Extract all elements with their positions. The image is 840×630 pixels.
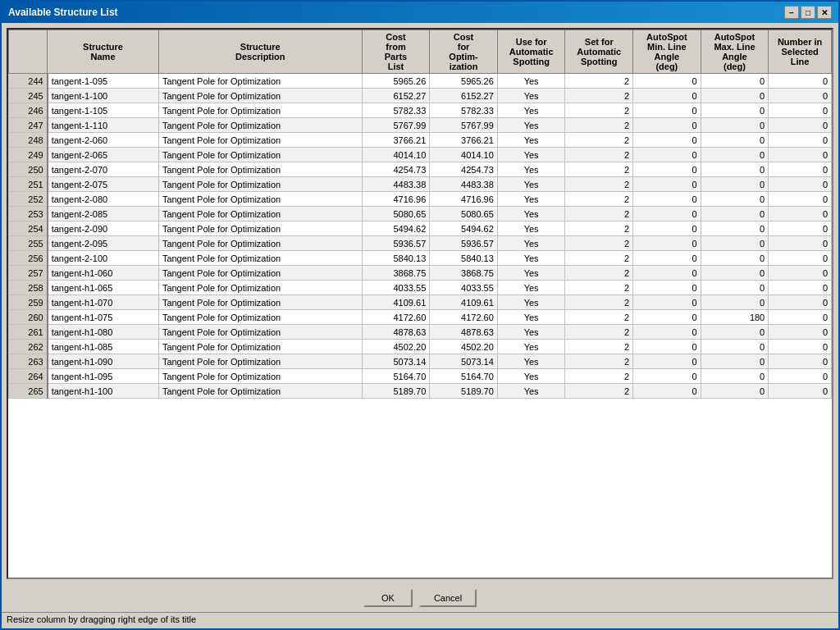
status-bar: Resize column by dragging right edge of …	[2, 612, 838, 628]
table-cell: 0	[701, 74, 769, 89]
table-cell: 244	[9, 74, 48, 89]
table-cell: tangent-1-105	[48, 103, 159, 118]
table-cell: 250	[9, 162, 48, 177]
table-cell: 264	[9, 369, 48, 384]
structure-table: StructureName StructureDescription Costf…	[8, 30, 832, 399]
cancel-button[interactable]: Cancel	[419, 589, 477, 607]
table-cell: 2	[565, 118, 633, 133]
table-row[interactable]: 249tangent-2-065Tangent Pole for Optimiz…	[9, 148, 832, 162]
table-cell: 245	[9, 89, 48, 103]
table-cell: 2	[565, 89, 633, 103]
th-set-auto[interactable]: Set forAutomaticSpotting	[565, 30, 633, 74]
th-structure-desc[interactable]: StructureDescription	[158, 30, 362, 74]
table-row[interactable]: 257tangent-h1-060Tangent Pole for Optimi…	[9, 266, 832, 281]
table-cell: 0	[701, 221, 769, 236]
table-row[interactable]: 261tangent-h1-080Tangent Pole for Optimi…	[9, 325, 832, 340]
main-window: Available Structure List − □ ✕ Structure…	[0, 0, 840, 630]
th-cost-optim[interactable]: CostforOptim-ization	[430, 30, 498, 74]
table-cell: Yes	[497, 207, 565, 221]
status-text: Resize column by dragging right edge of …	[7, 614, 196, 624]
table-cell: Tangent Pole for Optimization	[158, 103, 362, 118]
minimize-button[interactable]: −	[784, 6, 799, 19]
table-cell: 0	[769, 266, 832, 281]
table-cell: 5965.26	[362, 74, 430, 89]
table-cell: Tangent Pole for Optimization	[158, 207, 362, 221]
table-cell: 0	[701, 148, 769, 162]
table-row[interactable]: 253tangent-2-085Tangent Pole for Optimiz…	[9, 207, 832, 221]
table-cell: 0	[769, 177, 832, 192]
table-cell: 4502.20	[430, 340, 498, 354]
table-cell: Yes	[497, 118, 565, 133]
table-cell: Yes	[497, 340, 565, 354]
table-cell: Tangent Pole for Optimization	[158, 192, 362, 207]
table-cell: tangent-2-100	[48, 251, 159, 266]
table-cell: 4014.10	[430, 148, 498, 162]
table-row[interactable]: 245tangent-1-100Tangent Pole for Optimiz…	[9, 89, 832, 103]
table-cell: 2	[565, 384, 633, 399]
table-cell: 6152.27	[362, 89, 430, 103]
th-autospot-max[interactable]: AutoSpotMax. LineAngle(deg)	[701, 30, 769, 74]
table-row[interactable]: 260tangent-h1-075Tangent Pole for Optimi…	[9, 310, 832, 325]
table-container[interactable]: StructureName StructureDescription Costf…	[7, 28, 833, 579]
table-cell: Tangent Pole for Optimization	[158, 74, 362, 89]
table-row[interactable]: 247tangent-1-110Tangent Pole for Optimiz…	[9, 118, 832, 133]
table-cell: 0	[701, 177, 769, 192]
table-cell: Tangent Pole for Optimization	[158, 354, 362, 369]
table-cell: 4109.61	[430, 295, 498, 310]
table-cell: 0	[769, 148, 832, 162]
table-cell: Yes	[497, 325, 565, 340]
table-row[interactable]: 262tangent-h1-085Tangent Pole for Optimi…	[9, 340, 832, 354]
table-cell: 0	[633, 295, 701, 310]
table-row[interactable]: 256tangent-2-100Tangent Pole for Optimiz…	[9, 251, 832, 266]
table-cell: 0	[633, 310, 701, 325]
ok-button[interactable]: OK	[363, 589, 413, 607]
table-cell: 254	[9, 221, 48, 236]
table-cell: 3868.75	[430, 266, 498, 281]
table-cell: 0	[701, 89, 769, 103]
table-cell: 259	[9, 295, 48, 310]
table-cell: 0	[633, 133, 701, 148]
table-cell: 2	[565, 266, 633, 281]
th-row-num[interactable]	[9, 30, 48, 74]
table-cell: Yes	[497, 133, 565, 148]
table-cell: 256	[9, 251, 48, 266]
table-row[interactable]: 255tangent-2-095Tangent Pole for Optimiz…	[9, 236, 832, 251]
table-cell: Tangent Pole for Optimization	[158, 369, 362, 384]
table-cell: 0	[769, 325, 832, 340]
table-cell: Yes	[497, 162, 565, 177]
table-cell: 4502.20	[362, 340, 430, 354]
table-cell: 5073.14	[430, 354, 498, 369]
table-cell: tangent-2-065	[48, 148, 159, 162]
maximize-button[interactable]: □	[801, 6, 815, 19]
table-row[interactable]: 254tangent-2-090Tangent Pole for Optimiz…	[9, 221, 832, 236]
th-structure-name[interactable]: StructureName	[48, 30, 159, 74]
th-autospot-min[interactable]: AutoSpotMin. LineAngle(deg)	[633, 30, 701, 74]
table-cell: Yes	[497, 236, 565, 251]
table-row[interactable]: 246tangent-1-105Tangent Pole for Optimiz…	[9, 103, 832, 118]
table-cell: Tangent Pole for Optimization	[158, 177, 362, 192]
table-cell: Yes	[497, 103, 565, 118]
table-row[interactable]: 248tangent-2-060Tangent Pole for Optimiz…	[9, 133, 832, 148]
table-row[interactable]: 264tangent-h1-095Tangent Pole for Optimi…	[9, 369, 832, 384]
table-row[interactable]: 259tangent-h1-070Tangent Pole for Optimi…	[9, 295, 832, 310]
table-cell: 247	[9, 118, 48, 133]
table-row[interactable]: 251tangent-2-075Tangent Pole for Optimiz…	[9, 177, 832, 192]
table-cell: tangent-2-070	[48, 162, 159, 177]
table-row[interactable]: 244tangent-1-095Tangent Pole for Optimiz…	[9, 74, 832, 89]
th-use-auto[interactable]: Use forAutomaticSpotting	[497, 30, 565, 74]
table-cell: 0	[633, 162, 701, 177]
close-button[interactable]: ✕	[817, 6, 832, 19]
table-cell: Tangent Pole for Optimization	[158, 118, 362, 133]
th-num-selected[interactable]: Number inSelectedLine	[769, 30, 832, 74]
table-cell: 5840.13	[430, 251, 498, 266]
table-cell: 2	[565, 148, 633, 162]
table-row[interactable]: 250tangent-2-070Tangent Pole for Optimiz…	[9, 162, 832, 177]
th-cost-parts[interactable]: CostfromPartsList	[362, 30, 430, 74]
table-row[interactable]: 258tangent-h1-065Tangent Pole for Optimi…	[9, 281, 832, 295]
table-row[interactable]: 263tangent-h1-090Tangent Pole for Optimi…	[9, 354, 832, 369]
table-cell: 2	[565, 74, 633, 89]
table-cell: 0	[701, 251, 769, 266]
table-row[interactable]: 265tangent-h1-100Tangent Pole for Optimi…	[9, 384, 832, 399]
table-row[interactable]: 252tangent-2-080Tangent Pole for Optimiz…	[9, 192, 832, 207]
table-cell: 0	[701, 192, 769, 207]
